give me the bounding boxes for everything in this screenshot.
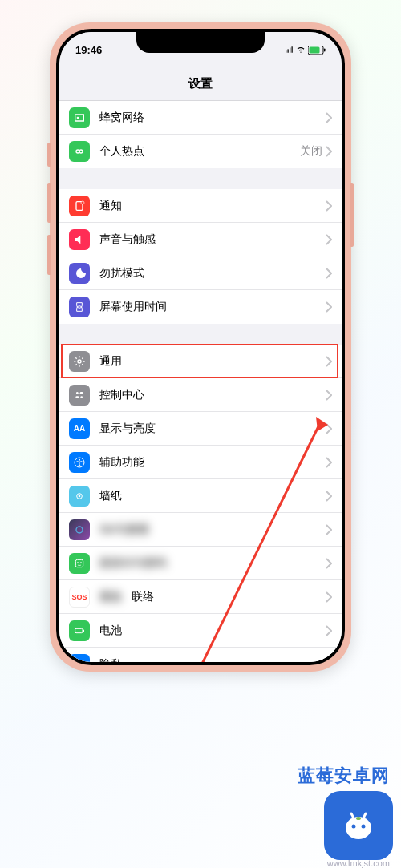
wallpaper-label: 墙纸 (99, 489, 326, 503)
svg-rect-0 (286, 50, 286, 53)
battery-row-icon (69, 620, 90, 641)
sounds-label: 声音与触感 (99, 232, 326, 247)
dnd-label: 勿扰模式 (99, 266, 326, 281)
display-icon: AA (69, 418, 90, 439)
screentime-label: 屏幕使用时间 (99, 300, 326, 314)
chevron-icon (326, 659, 332, 662)
siri-label: Siri与搜索 (99, 523, 326, 537)
signal-icon (286, 46, 294, 54)
svg-point-30 (352, 825, 356, 829)
row-sounds[interactable]: 声音与触感 (59, 223, 342, 256)
battery-icon (308, 46, 326, 55)
faceid-icon (69, 553, 90, 574)
row-display[interactable]: AA 显示与亮度 (59, 412, 342, 446)
row-dnd[interactable]: 勿扰模式 (59, 256, 342, 290)
svg-point-31 (362, 825, 366, 829)
svg-point-32 (356, 817, 361, 820)
row-faceid[interactable]: 面容ID与密码 (59, 547, 342, 580)
phone-frame: 19:46 设置 蜂窝网络 个人热点 (50, 22, 351, 672)
svg-point-9 (79, 150, 83, 153)
wallpaper-icon (69, 486, 90, 507)
row-battery[interactable]: 电池 (59, 614, 342, 648)
watermark-logo (324, 791, 393, 860)
chevron-icon (326, 112, 332, 123)
sounds-icon (69, 229, 90, 250)
svg-rect-1 (288, 49, 289, 52)
general-label: 通用 (99, 354, 326, 369)
hotspot-detail: 关闭 (300, 144, 322, 159)
control-center-label: 控制中心 (99, 388, 326, 402)
svg-point-29 (346, 817, 371, 839)
screen: 19:46 设置 蜂窝网络 个人热点 (59, 32, 342, 662)
screentime-icon (69, 297, 90, 317)
group-network: 蜂窝网络 个人热点 关闭 (59, 101, 342, 168)
svg-rect-15 (75, 396, 79, 398)
privacy-label: 隐私 (99, 657, 326, 662)
dnd-icon (69, 263, 90, 284)
privacy-icon (69, 654, 90, 662)
siri-icon (69, 519, 90, 540)
display-label: 显示与亮度 (99, 422, 326, 436)
chevron-icon (326, 457, 332, 468)
svg-rect-25 (75, 628, 83, 632)
status-time: 19:46 (75, 44, 102, 56)
accessibility-icon (69, 452, 90, 473)
chevron-icon (326, 625, 332, 636)
chevron-icon (326, 301, 332, 313)
svg-point-13 (76, 392, 79, 394)
chevron-icon (326, 200, 332, 212)
group-general: 通用 控制中心 AA 显示与亮度 辅助功能 (59, 345, 342, 662)
notifications-label: 通知 (99, 199, 326, 213)
svg-point-23 (77, 562, 78, 563)
volume-up (47, 183, 51, 223)
notifications-icon (69, 196, 90, 216)
svg-point-18 (79, 458, 80, 460)
row-general[interactable]: 通用 (59, 345, 342, 378)
row-hotspot[interactable]: 个人热点 关闭 (59, 135, 342, 168)
svg-point-11 (81, 201, 84, 204)
svg-point-7 (77, 116, 79, 119)
svg-rect-3 (292, 46, 293, 53)
row-privacy[interactable]: 隐私 (59, 648, 342, 662)
power-button (350, 183, 354, 247)
svg-rect-2 (290, 48, 290, 53)
row-wallpaper[interactable]: 墙纸 (59, 479, 342, 513)
row-control-center[interactable]: 控制中心 (59, 378, 342, 412)
row-sos[interactable]: SOS 紧急联络 (59, 580, 342, 614)
chevron-icon (326, 558, 332, 569)
cellular-label: 蜂窝网络 (99, 111, 326, 125)
row-notifications[interactable]: 通知 (59, 189, 342, 223)
control-center-icon (69, 385, 90, 406)
group-notifications: 通知 声音与触感 勿扰模式 屏幕使用时间 (59, 189, 342, 324)
chevron-icon (326, 491, 332, 502)
sos-label: 紧急联络 (99, 590, 326, 604)
wifi-icon (297, 46, 305, 54)
sos-icon: SOS (69, 587, 90, 608)
cellular-icon (69, 107, 90, 128)
volume-down (47, 235, 51, 275)
page-title: 设置 (59, 67, 342, 101)
faceid-label: 面容ID与密码 (99, 556, 326, 571)
mute-switch (47, 143, 51, 167)
chevron-icon (326, 356, 332, 367)
watermark-url: www.lmkjst.com (327, 858, 390, 868)
row-cellular[interactable]: 蜂窝网络 (59, 101, 342, 135)
general-icon (69, 351, 90, 372)
svg-point-20 (79, 495, 81, 497)
svg-point-21 (76, 527, 83, 533)
chevron-icon (326, 524, 332, 535)
row-siri[interactable]: Siri与搜索 (59, 513, 342, 547)
settings-list[interactable]: 蜂窝网络 个人热点 关闭 通知 (59, 101, 342, 662)
svg-rect-5 (310, 46, 320, 53)
svg-point-16 (80, 396, 83, 398)
accessibility-label: 辅助功能 (99, 455, 326, 470)
chevron-icon (326, 234, 332, 245)
svg-rect-14 (80, 392, 83, 394)
svg-point-12 (78, 360, 81, 363)
row-accessibility[interactable]: 辅助功能 (59, 446, 342, 479)
row-screentime[interactable]: 屏幕使用时间 (59, 290, 342, 324)
hotspot-label: 个人热点 (99, 144, 300, 159)
watermark-brand: 蓝莓安卓网 (298, 764, 390, 788)
battery-label: 电池 (99, 624, 326, 638)
chevron-icon (326, 423, 332, 434)
